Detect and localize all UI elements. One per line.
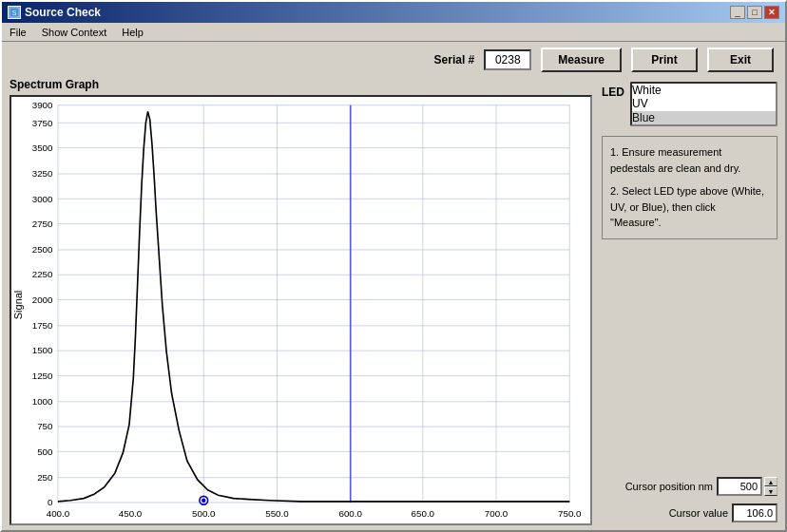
cursor-spinner: ▲ ▼ (717, 477, 777, 496)
led-option-blue[interactable]: Blue (632, 111, 776, 124)
title-bar: S Source Check _ □ ✕ (2, 2, 785, 23)
cursor-position-label: Cursor position nm (625, 481, 713, 492)
svg-text:750.0: 750.0 (558, 508, 582, 519)
instruction-2: 2. Select LED type above (White, UV, or … (610, 183, 769, 231)
svg-text:500: 500 (37, 446, 53, 457)
cursor-down-button[interactable]: ▼ (764, 486, 777, 496)
svg-text:3750: 3750 (32, 118, 53, 128)
led-label: LED (602, 86, 624, 99)
svg-text:3500: 3500 (32, 142, 53, 153)
svg-text:500.0: 500.0 (192, 508, 216, 519)
svg-text:3000: 3000 (32, 194, 53, 204)
cursor-value-label: Cursor value (669, 507, 728, 519)
svg-text:1500: 1500 (32, 345, 53, 355)
cursor-position-input[interactable] (717, 477, 762, 496)
svg-text:250: 250 (37, 472, 53, 483)
cursor-up-button[interactable]: ▲ (764, 477, 777, 486)
spectrum-graph[interactable]: 0 250 500 750 1000 1250 1500 1750 2000 2… (11, 97, 590, 523)
svg-text:2000: 2000 (32, 294, 53, 305)
led-section: LED White UV Blue (602, 82, 777, 126)
main-window: S Source Check _ □ ✕ File Show Context H… (0, 0, 787, 532)
svg-text:Signal: Signal (12, 291, 24, 319)
title-bar-left: S Source Check (8, 6, 101, 19)
cursor-value-row: Cursor value (602, 504, 777, 522)
svg-text:1250: 1250 (32, 370, 53, 381)
svg-text:400.0: 400.0 (47, 508, 70, 519)
window-title: Source Check (25, 6, 101, 19)
svg-text:600.0: 600.0 (338, 508, 362, 519)
print-button[interactable]: Print (631, 48, 698, 72)
cursor-value-input[interactable] (732, 504, 777, 522)
svg-text:2250: 2250 (32, 269, 53, 279)
svg-rect-2 (11, 97, 590, 523)
cursor-position-row: Cursor position nm ▲ ▼ (602, 477, 777, 496)
svg-text:S: S (12, 10, 17, 16)
led-option-uv[interactable]: UV (632, 97, 776, 110)
svg-text:550.0: 550.0 (265, 508, 289, 519)
svg-text:3250: 3250 (32, 168, 53, 179)
instructions-box: 1. Ensure measurement pedestals are clea… (602, 136, 777, 239)
svg-text:450.0: 450.0 (119, 508, 143, 519)
close-button[interactable]: ✕ (764, 6, 779, 19)
menu-file[interactable]: File (6, 26, 30, 39)
svg-text:3900: 3900 (32, 100, 53, 110)
svg-point-56 (202, 499, 205, 503)
svg-text:1750: 1750 (32, 320, 53, 331)
graph-container[interactable]: 0 250 500 750 1000 1250 1500 1750 2000 2… (10, 95, 592, 525)
right-panel: LED White UV Blue 1. Ensure measurement … (602, 78, 777, 522)
minimize-button[interactable]: _ (730, 6, 745, 19)
svg-text:650.0: 650.0 (412, 508, 435, 519)
svg-text:750: 750 (37, 421, 53, 431)
svg-text:2750: 2750 (32, 218, 53, 229)
main-content: Spectrum Graph (2, 78, 785, 530)
led-listbox[interactable]: White UV Blue (630, 82, 777, 126)
toolbar: Serial # Measure Print Exit (2, 42, 785, 78)
exit-button[interactable]: Exit (707, 48, 774, 72)
menu-bar: File Show Context Help (2, 23, 785, 42)
svg-text:2500: 2500 (32, 244, 53, 255)
graph-wrapper: 0 250 500 750 1000 1250 1500 1750 2000 2… (10, 95, 592, 525)
svg-text:1000: 1000 (32, 396, 53, 407)
instruction-1: 1. Ensure measurement pedestals are clea… (610, 144, 769, 176)
menu-show-context[interactable]: Show Context (38, 26, 110, 39)
graph-title: Spectrum Graph (10, 78, 592, 91)
serial-input[interactable] (484, 49, 531, 70)
measure-button[interactable]: Measure (541, 48, 622, 72)
menu-help[interactable]: Help (118, 26, 147, 39)
app-icon: S (8, 6, 21, 19)
serial-label: Serial # (434, 53, 475, 66)
led-option-white[interactable]: White (632, 84, 776, 97)
graph-area: Spectrum Graph (10, 78, 592, 522)
svg-text:700.0: 700.0 (485, 508, 509, 519)
svg-text:Wavelength nm: Wavelength nm (276, 522, 347, 523)
svg-text:0: 0 (48, 497, 53, 507)
maximize-button[interactable]: □ (747, 6, 762, 19)
title-buttons: _ □ ✕ (730, 6, 779, 19)
cursor-section: Cursor position nm ▲ ▼ Cursor value (602, 477, 777, 522)
